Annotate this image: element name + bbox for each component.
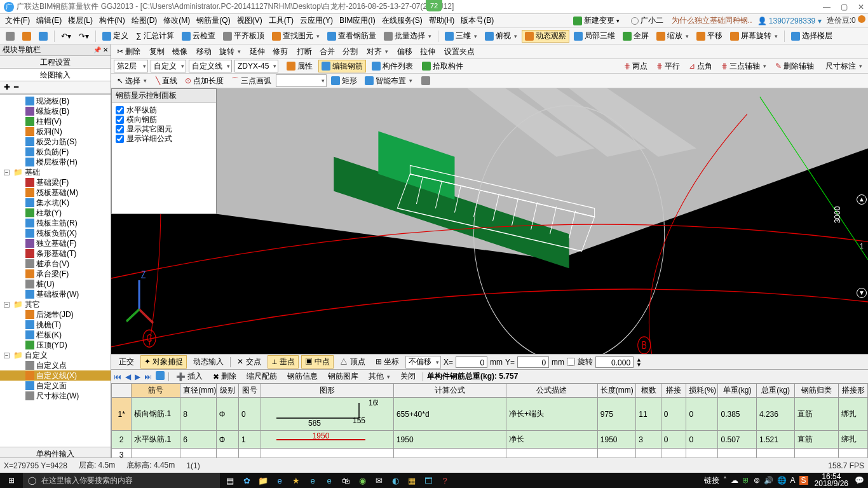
- store-icon[interactable]: 🛍: [338, 473, 353, 488]
- grid-header[interactable]: 单重(kg): [718, 384, 756, 398]
- break-button[interactable]: 打断: [294, 45, 315, 58]
- close-button[interactable]: ✕: [858, 3, 864, 11]
- xiaoer-button[interactable]: 广小二: [628, 15, 667, 27]
- grid-cell[interactable]: Φ: [216, 431, 238, 449]
- batch-select-button[interactable]: 批量选择: [381, 30, 435, 43]
- tree-item[interactable]: 条形基础(T): [0, 248, 111, 259]
- osnap-toggle[interactable]: ✦ 对象捕捉: [140, 355, 187, 369]
- tree-item[interactable]: 基础板带(W): [0, 289, 111, 299]
- rotate-input[interactable]: 0.000: [595, 356, 634, 368]
- tree-item[interactable]: 板洞(N): [0, 126, 111, 137]
- new-change-button[interactable]: 新建变更▾: [570, 15, 623, 27]
- rotate-stepper[interactable]: ▲▼: [636, 357, 642, 367]
- rebar-option[interactable]: 横向钢筋: [116, 115, 212, 125]
- extra-icon[interactable]: [418, 74, 433, 87]
- offset-button[interactable]: 偏移: [394, 45, 416, 58]
- grid-cell[interactable]: 4.236: [756, 398, 794, 431]
- menu-item[interactable]: 工具(T): [266, 14, 296, 27]
- grid-header[interactable]: [112, 384, 132, 398]
- save-icon[interactable]: [36, 30, 51, 43]
- shape-plus-icon[interactable]: ✚: [4, 83, 10, 92]
- grid-cell[interactable]: 0: [661, 431, 686, 449]
- tree-item[interactable]: 板受力筋(S): [0, 137, 111, 147]
- delete-axis-button[interactable]: ✎ 删除辅轴: [772, 60, 817, 72]
- edit-rebar-button[interactable]: 编辑钢筋: [318, 60, 366, 72]
- y-input[interactable]: 0: [517, 356, 549, 368]
- tree-item[interactable]: 楼层板带(H): [0, 157, 111, 167]
- menu-item[interactable]: 帮助(H): [426, 14, 458, 27]
- tray-net-icon[interactable]: 🌐: [777, 476, 787, 485]
- align-button[interactable]: 对齐: [363, 45, 391, 58]
- tree-item[interactable]: 集水坑(K): [0, 198, 111, 208]
- menu-item[interactable]: 钢筋量(Q): [194, 14, 233, 27]
- snap-coord[interactable]: ⊞ 坐标: [372, 355, 403, 369]
- menu-item[interactable]: 在线服务(S): [379, 14, 425, 27]
- tree-branch[interactable]: −📁 自定义: [0, 350, 111, 360]
- 3d-viewport[interactable]: C B Z 钢筋显示控制面板 水平纵筋 横向钢筋 显示其它图元 显示详细公式 3…: [111, 88, 868, 354]
- taskbar-clock[interactable]: 16:542018/9/26: [812, 473, 851, 487]
- other-button[interactable]: 其他: [365, 370, 393, 383]
- grid-header[interactable]: 钢筋归类: [795, 384, 839, 398]
- grid-header[interactable]: 级别: [216, 384, 238, 398]
- type-combo[interactable]: 自定义线: [189, 60, 232, 72]
- prev-icon[interactable]: ◀: [125, 372, 131, 381]
- three-point-arc-button[interactable]: ⌒ 三点画弧: [228, 74, 275, 87]
- grid-cell[interactable]: 直筋: [795, 431, 839, 449]
- pin-icon[interactable]: 📌 ✕: [93, 46, 108, 53]
- tray-ime-icon[interactable]: S: [799, 476, 808, 485]
- parallel-axis-button[interactable]: ⋕ 平行: [653, 60, 683, 72]
- tray-weather-icon[interactable]: ☁: [731, 476, 738, 485]
- two-point-axis-button[interactable]: ⋕ 两点: [621, 60, 651, 72]
- links-label[interactable]: 链接: [704, 475, 719, 486]
- point-angle-axis-button[interactable]: ⊿ 点角: [686, 60, 715, 72]
- scale-rebar-button[interactable]: 缩尺配筋: [243, 370, 280, 383]
- grid-header[interactable]: 损耗(%): [686, 384, 718, 398]
- taskbar-search[interactable]: ◯ 在这里输入你要搜索的内容: [23, 473, 220, 488]
- select-floor-button[interactable]: 选择楼层: [788, 30, 836, 43]
- grid-cell[interactable]: 975: [597, 398, 635, 431]
- rebar-grid[interactable]: 筋号直径(mm)级别图号图形计算公式公式描述长度(mm)根数搭接损耗(%)单重(…: [111, 383, 868, 461]
- split-button[interactable]: 分割: [339, 45, 361, 58]
- zoom-button[interactable]: 缩放: [653, 30, 692, 43]
- rotate-checkbox[interactable]: [567, 358, 575, 366]
- trim-button[interactable]: 修剪: [269, 45, 291, 58]
- menu-item[interactable]: 编辑(E): [34, 14, 64, 27]
- grid-cell[interactable]: 655+40*d: [393, 398, 506, 431]
- tree-item[interactable]: 基础梁(F): [0, 177, 111, 187]
- tree-branch[interactable]: −📁 其它: [0, 299, 111, 309]
- app4-icon[interactable]: ◉: [355, 473, 370, 488]
- rebar-library-button[interactable]: 钢筋图库: [325, 370, 362, 383]
- grid-cell[interactable]: 3: [636, 431, 661, 449]
- dynamic-view-button[interactable]: 动态观察: [522, 30, 569, 43]
- stretch-button[interactable]: 拉伸: [417, 45, 438, 58]
- snap-perp[interactable]: ⊥ 垂点: [268, 355, 299, 369]
- grid-cell[interactable]: 绑扎: [839, 398, 868, 431]
- grid-header[interactable]: 搭接形: [839, 384, 868, 398]
- x-input[interactable]: 0: [456, 356, 487, 368]
- tree-item[interactable]: 筏板基础(M): [0, 187, 111, 198]
- floor-combo[interactable]: 第2层: [114, 60, 148, 72]
- 3d-view-button[interactable]: 三维: [442, 30, 480, 43]
- snap-cross[interactable]: ✕ 交点: [233, 355, 264, 369]
- tray-vol-icon[interactable]: 🔊: [764, 476, 773, 485]
- tree-item[interactable]: 筏板负筋(X): [0, 228, 111, 238]
- ruler-down-icon[interactable]: ▼: [857, 288, 867, 298]
- select-button[interactable]: ↖ 选择: [114, 74, 150, 87]
- mirror-button[interactable]: 镜像: [169, 45, 191, 58]
- grid-cell[interactable]: 11: [636, 398, 661, 431]
- grid-header[interactable]: 公式描述: [506, 384, 598, 398]
- menu-item[interactable]: BIM应用(I): [337, 14, 378, 27]
- rebar-info-button[interactable]: 钢筋信息: [284, 370, 321, 383]
- grid-cell[interactable]: 1.521: [756, 431, 794, 449]
- offset-mode-combo[interactable]: 不偏移: [405, 356, 441, 369]
- rebar-option[interactable]: 水平纵筋: [116, 105, 212, 115]
- grid-header[interactable]: 图号: [239, 384, 261, 398]
- app2-icon[interactable]: ★: [288, 473, 304, 488]
- grid-cell[interactable]: Φ: [216, 398, 238, 431]
- attr-button[interactable]: 属性: [283, 60, 316, 72]
- ortho-toggle[interactable]: 正交: [115, 355, 138, 369]
- menu-item[interactable]: 文件(F): [3, 14, 32, 27]
- pick-component-button[interactable]: 拾取构件: [419, 60, 466, 72]
- tray-up-icon[interactable]: ˄: [723, 476, 727, 485]
- rebar-option[interactable]: 显示详细公式: [116, 134, 212, 144]
